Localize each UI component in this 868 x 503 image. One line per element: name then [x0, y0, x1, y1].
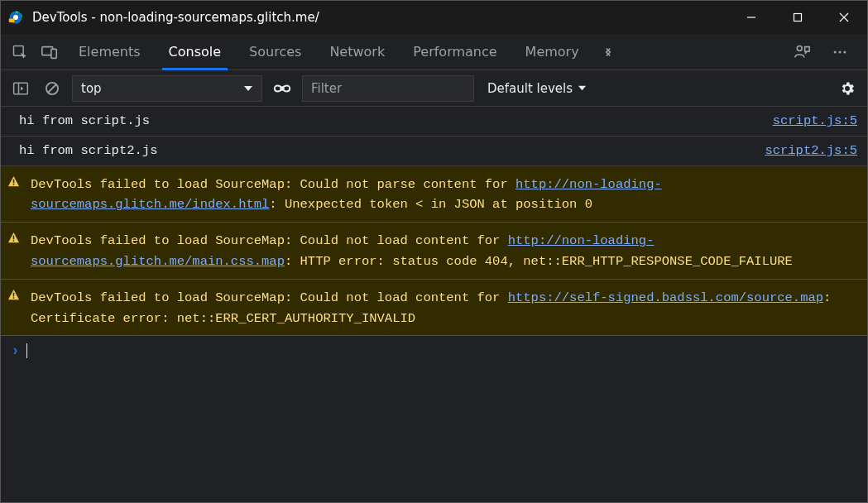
svg-rect-9: [51, 49, 56, 58]
svg-rect-4: [794, 14, 802, 22]
console-settings-icon[interactable]: [836, 77, 859, 100]
warning-icon: [7, 286, 22, 301]
toggle-console-sidebar-icon[interactable]: [9, 77, 32, 100]
svg-rect-19: [13, 179, 15, 183]
filter-placeholder: Filter: [311, 81, 342, 96]
svg-rect-20: [13, 184, 15, 185]
clear-console-icon[interactable]: [41, 77, 64, 100]
tab-performance[interactable]: Performance: [400, 34, 510, 70]
inspect-element-icon[interactable]: [6, 34, 34, 70]
log-message: DevTools failed to load SourceMap: Could…: [31, 231, 857, 272]
panel-tabbar: Elements Console Sources Network Perform…: [1, 34, 867, 70]
svg-rect-21: [13, 236, 15, 240]
log-source-link[interactable]: script.js:5: [773, 111, 857, 132]
svg-point-18: [280, 86, 285, 91]
svg-point-12: [839, 50, 842, 53]
warning-icon: [7, 229, 22, 244]
filter-input[interactable]: Filter: [302, 75, 474, 102]
console-toolbar: top Filter Default levels: [1, 70, 867, 107]
svg-rect-23: [13, 292, 15, 296]
tab-network[interactable]: Network: [316, 34, 398, 70]
log-message: hi from script2.js: [19, 141, 755, 161]
app-icon: [7, 9, 24, 26]
svg-rect-24: [13, 297, 15, 299]
tab-sources[interactable]: Sources: [236, 34, 314, 70]
feedback-icon[interactable]: [788, 34, 816, 70]
tab-elements[interactable]: Elements: [65, 34, 154, 70]
log-message: DevTools failed to load SourceMap: Could…: [31, 288, 857, 329]
minimize-button[interactable]: [728, 1, 774, 34]
tab-console[interactable]: Console: [156, 34, 235, 70]
svg-rect-2: [9, 19, 15, 23]
svg-point-13: [843, 50, 846, 53]
svg-point-11: [834, 50, 837, 53]
close-button[interactable]: [821, 1, 867, 34]
levels-label: Default levels: [487, 81, 573, 96]
warning-icon: [7, 173, 22, 188]
log-message: hi from script.js: [19, 111, 763, 132]
maximize-button[interactable]: [774, 1, 821, 34]
chevron-down-icon: [243, 84, 253, 93]
more-tabs-icon[interactable]: [594, 34, 622, 70]
window-titlebar: DevTools - non-loading-sourcemaps.glitch…: [1, 1, 867, 34]
console-output: hi from script.js script.js:5 hi from sc…: [1, 107, 867, 366]
log-message: DevTools failed to load SourceMap: Could…: [31, 175, 857, 216]
device-toolbar-icon[interactable]: [36, 34, 64, 70]
kebab-menu-icon[interactable]: [826, 34, 854, 70]
svg-point-10: [797, 46, 802, 50]
svg-line-17: [48, 84, 56, 93]
live-expression-icon[interactable]: [271, 77, 294, 100]
tab-memory[interactable]: Memory: [512, 34, 592, 70]
context-value: top: [81, 81, 102, 96]
svg-rect-22: [13, 241, 15, 242]
console-prompt[interactable]: ›: [1, 336, 867, 366]
log-row-warning[interactable]: DevTools failed to load SourceMap: Could…: [1, 223, 867, 280]
window-title: DevTools - non-loading-sourcemaps.glitch…: [32, 10, 319, 25]
log-levels-select[interactable]: Default levels: [482, 75, 592, 102]
prompt-caret-icon: ›: [11, 343, 20, 359]
url-link[interactable]: https://self-signed.badssl.com/source.ma…: [508, 290, 823, 305]
log-source-link[interactable]: script2.js:5: [765, 141, 857, 161]
log-row-warning[interactable]: DevTools failed to load SourceMap: Could…: [1, 166, 867, 223]
execution-context-select[interactable]: top: [72, 75, 262, 102]
log-row-warning[interactable]: DevTools failed to load SourceMap: Could…: [1, 280, 867, 337]
chevron-down-icon: [578, 84, 587, 93]
log-row[interactable]: hi from script2.js script2.js:5: [1, 137, 867, 166]
log-row[interactable]: hi from script.js script.js:5: [1, 107, 867, 137]
text-cursor: [26, 343, 27, 358]
